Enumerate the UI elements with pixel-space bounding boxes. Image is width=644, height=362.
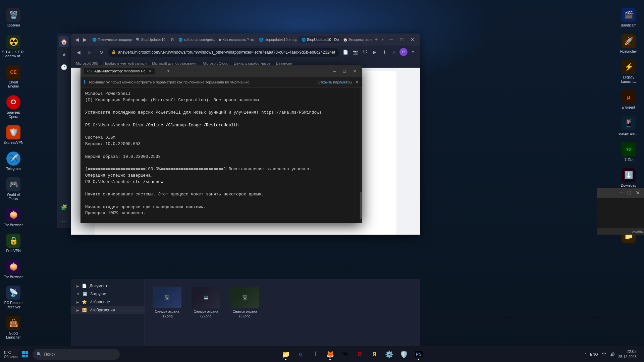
- desktop-icon-stalker[interactable]: ☢️ S.T.A.L.K.E.R. Shadow of…: [2, 33, 25, 60]
- add-tab-button[interactable]: +: [373, 36, 379, 44]
- desktop-icon-flauncher[interactable]: 🚀 FLauncher: [617, 32, 640, 56]
- desktop-icon-7zip[interactable]: 7z 7-Zip: [617, 140, 640, 164]
- start-button[interactable]: [19, 348, 31, 360]
- prev-tab-btn[interactable]: ◀: [74, 35, 80, 44]
- tab-youtube[interactable]: ▶ Как исправить "Что-то… ✕: [216, 36, 255, 43]
- address-bar[interactable]: 🔒 answers.microsoft.com/ru-ru/windows/fo…: [108, 48, 339, 57]
- sidebar-documents[interactable]: ▶ 📄 Документы: [71, 282, 145, 290]
- taskbar-app-yandex[interactable]: Я: [368, 348, 381, 361]
- back-button[interactable]: ◀: [74, 48, 83, 57]
- rw-maximize[interactable]: □: [626, 189, 633, 196]
- profile-btn[interactable]: P: [399, 48, 408, 56]
- desktop-icon-bandicam[interactable]: 🎬 Bandicam: [617, 6, 640, 29]
- edge-icon: e: [299, 351, 302, 358]
- terminal-scrollbar-thumb[interactable]: [360, 192, 362, 219]
- sidebar-history[interactable]: 🕐: [59, 62, 69, 72]
- desktop-icon-freevpn[interactable]: 🔒 FreeVPN: [2, 232, 25, 255]
- volume-icon[interactable]: 🔊: [610, 352, 615, 357]
- bookmark-profile[interactable]: Профиль учётной записи: [101, 61, 149, 65]
- terminal-line-10: PS C:\Users\hehhe> sfc /scannow: [85, 179, 358, 185]
- desktop-icon-utorrent[interactable]: µ µTorrent: [617, 88, 640, 112]
- terminal-maximize[interactable]: □: [340, 67, 349, 75]
- screenshot-btn[interactable]: 📷: [351, 48, 360, 57]
- bookmark-microsoft365[interactable]: Microsoft 365: [74, 61, 100, 65]
- desktop-icon-expressvpn[interactable]: 🛡️ ExpressVPN: [2, 123, 25, 147]
- lang-indicator[interactable]: ENG: [590, 352, 598, 356]
- sidebar-downloads[interactable]: ▼ ⬇️ Загрузки: [71, 290, 145, 298]
- menu-btn[interactable]: ≡: [409, 48, 417, 57]
- close-button[interactable]: ✕: [408, 35, 417, 44]
- sidebar-images[interactable]: ▶ 🖼️ Изображения: [71, 306, 145, 314]
- file-thumbnail-3[interactable]: 🖥️ Снимок экрана(3).png: [228, 285, 262, 320]
- tab-stopupdates1[interactable]: 🔍 StopUpdates10 — Янде… ✕: [133, 36, 175, 43]
- terminal-tab-close[interactable]: ✕: [149, 69, 151, 73]
- desktop-icon-tor-2[interactable]: 🧅 Tor Browser: [2, 258, 25, 281]
- file-thumbnail-1[interactable]: 🖥️ Снимок экрана(1).png: [150, 285, 184, 320]
- taskbar: 0°C Облачно 🔍 Поиск 📁 e T 🦊: [0, 346, 644, 362]
- desktop-icon-world-tanks[interactable]: 🎮 World of Tanks: [2, 175, 25, 203]
- bookmark-cloud[interactable]: Microsoft Cloud: [201, 61, 230, 65]
- desktop-icon-pcremote[interactable]: 📡 PC Remote Receiver: [2, 284, 25, 311]
- play-btn[interactable]: ▶: [370, 48, 379, 57]
- download-btn[interactable]: ⬇: [380, 48, 389, 57]
- bookmark-vacancies[interactable]: Вакансии: [274, 61, 294, 65]
- taskbar-app-opera[interactable]: O: [353, 348, 366, 361]
- terminal-line-13: Проверка 100% завершена.: [85, 210, 358, 217]
- desktop-icon-scrspy[interactable]: 📱 scrcpy-win…: [617, 114, 640, 138]
- desktop-icon-telegram[interactable]: ✈️ Telegram: [2, 149, 25, 173]
- open-settings-link[interactable]: Открыть параметры: [318, 80, 352, 84]
- file-thumbnail-2[interactable]: 💻 Снимок экрана(2).png: [189, 285, 223, 320]
- taskbar-app-powershell[interactable]: PS: [412, 348, 425, 361]
- terminal-tab-active[interactable]: PS Администратор: Windows Pc ✕: [84, 68, 155, 74]
- taskbar-search[interactable]: 🔍 Поиск: [33, 349, 120, 360]
- taskbar-app-teams[interactable]: T: [309, 348, 322, 361]
- taskbar-app-files[interactable]: 📁: [279, 348, 292, 361]
- taskbar-clock[interactable]: 22:02 25.12.2023: [618, 349, 637, 359]
- forward-button[interactable]: ▶: [85, 48, 95, 57]
- shield-btn[interactable]: 🛡: [361, 48, 369, 57]
- tab-techsupport[interactable]: 🌐 Техническая поддержка… ✕: [90, 36, 132, 43]
- tab-express[interactable]: 🏠 Экспресс-панель ✕: [340, 36, 372, 43]
- tab-softportal[interactable]: 🌐 softportal.com/getsoft-… ✕: [176, 36, 215, 43]
- sidebar-home[interactable]: 🏠: [59, 36, 69, 47]
- desktop-icon-korzina[interactable]: 🗑️ Корзина: [2, 6, 25, 29]
- sidebar-more[interactable]: …: [59, 215, 69, 225]
- bookmark-education[interactable]: Microsoft для образования: [150, 61, 199, 65]
- sidebar-addons[interactable]: 🧩: [59, 202, 69, 213]
- tab-list-button[interactable]: ▾: [380, 37, 385, 42]
- maximize-button[interactable]: □: [397, 35, 407, 44]
- taskbar-app-security[interactable]: 🛡️: [397, 348, 411, 361]
- network-icon[interactable]: [601, 351, 607, 357]
- desktop-icon-tor-1[interactable]: 🧅 Tor Browser: [2, 206, 25, 229]
- terminal-tab-chevron[interactable]: ▾: [167, 69, 169, 73]
- bookmark-btn[interactable]: ☆: [390, 48, 398, 57]
- bookmark-developers[interactable]: Центр разработчиков: [232, 61, 273, 65]
- refresh-button[interactable]: ↻: [97, 48, 106, 57]
- terminal-content[interactable]: Windows PowerShell (С) Корпорация Майкро…: [80, 87, 362, 223]
- terminal-close[interactable]: ✕: [350, 67, 359, 75]
- minimize-button[interactable]: ─: [386, 35, 396, 44]
- tab-stopupdates-active[interactable]: 🌐 StopUpdates10 - Down… ✕: [299, 36, 339, 43]
- desktop-icon-cheat-engine[interactable]: CE Cheat Engine: [2, 63, 25, 90]
- next-tab-btn[interactable]: ▶: [82, 35, 89, 44]
- terminal-add-tab[interactable]: +: [157, 67, 165, 75]
- taskbar-app-settings[interactable]: ⚙️: [382, 348, 396, 361]
- tab-stopupdates2[interactable]: 🌐 stopupdates10.en.uptod… ✕: [256, 36, 298, 43]
- taskbar-app-edge[interactable]: e: [294, 348, 307, 361]
- desktop-icon-legacy[interactable]: ⚡ Legacy Launch…: [617, 58, 640, 85]
- sidebar-bookmarks[interactable]: ★: [59, 49, 69, 60]
- infobar-close[interactable]: ✕: [355, 79, 359, 85]
- terminal-minimize[interactable]: ─: [330, 67, 339, 75]
- desktop-icon-gucci[interactable]: 👜 Gucci Launcher: [2, 314, 25, 342]
- terminal-scrollbar[interactable]: [360, 87, 362, 223]
- rw-close[interactable]: ✕: [634, 189, 641, 196]
- taskbar-app-browser[interactable]: 🦊: [323, 348, 337, 361]
- taskbar-app-store[interactable]: 🛍: [338, 348, 352, 361]
- taskbar-weather: 0°C Облачно: [4, 350, 18, 359]
- sidebar-favorites[interactable]: ▶ ⭐ Избранное: [71, 298, 145, 306]
- show-desktop-btn[interactable]: [640, 348, 641, 360]
- reader-mode-btn[interactable]: 📄: [341, 48, 350, 57]
- show-hidden-btn[interactable]: ^: [585, 352, 587, 356]
- rw-minimize[interactable]: ─: [617, 189, 625, 196]
- desktop-icon-browser-opera[interactable]: O Браузер Opera: [2, 93, 25, 121]
